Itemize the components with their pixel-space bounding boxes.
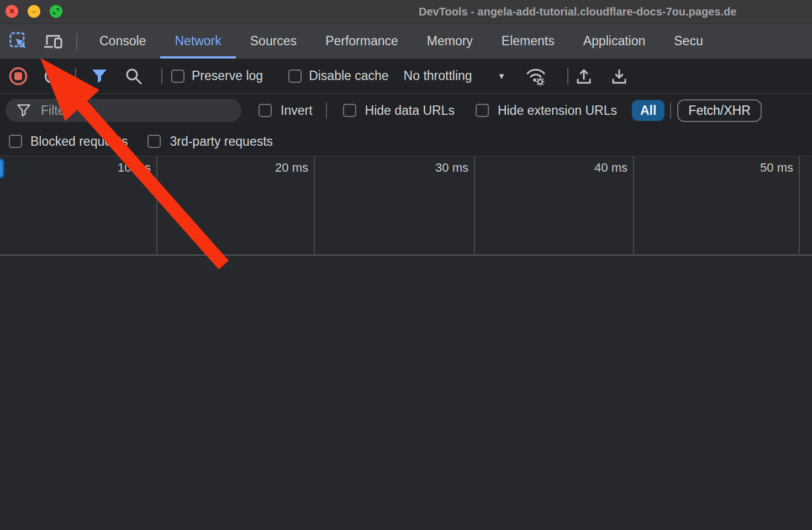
throttling-select[interactable]: No throttling bbox=[404, 68, 472, 83]
filter-input-container[interactable] bbox=[6, 99, 241, 122]
tab-application[interactable]: Application bbox=[569, 24, 660, 59]
blocked-requests-label[interactable]: Blocked requests bbox=[30, 134, 128, 149]
toolbar-separator bbox=[567, 68, 568, 84]
record-network-log-button[interactable] bbox=[9, 67, 28, 86]
import-har-button[interactable] bbox=[575, 67, 593, 85]
zoom-window-button[interactable] bbox=[50, 5, 62, 18]
device-toolbar-button[interactable] bbox=[42, 32, 64, 51]
network-conditions-icon bbox=[525, 66, 546, 86]
timeline-mark: 20 ms bbox=[275, 161, 308, 175]
zoom-icon bbox=[52, 8, 60, 15]
timeline-selection-handle bbox=[0, 158, 4, 178]
network-conditions-button[interactable] bbox=[525, 66, 546, 86]
tab-sources[interactable]: Sources bbox=[236, 24, 311, 59]
toolbar-separator bbox=[161, 68, 162, 84]
window-title: DevTools - angela-add-tutorial.cloudflar… bbox=[419, 0, 736, 23]
network-overview-timeline[interactable]: 10 ms 20 ms 30 ms 40 ms 50 ms bbox=[0, 156, 812, 256]
throttling-caret-icon[interactable]: ▼ bbox=[498, 71, 506, 81]
filter-input-funnel-icon bbox=[17, 103, 31, 118]
toolbar-separator bbox=[75, 68, 76, 84]
tab-security[interactable]: Secu bbox=[660, 24, 717, 59]
search-network-button[interactable] bbox=[125, 67, 143, 85]
device-toolbar-icon bbox=[43, 32, 64, 51]
disable-cache-checkbox[interactable] bbox=[288, 70, 302, 83]
inspect-element-button[interactable] bbox=[8, 31, 30, 52]
tab-network[interactable]: Network bbox=[160, 24, 235, 59]
clear-network-log-button[interactable] bbox=[43, 67, 61, 85]
hide-data-urls-checkbox[interactable] bbox=[343, 104, 356, 117]
toolbar-separator bbox=[76, 33, 77, 50]
search-icon bbox=[125, 67, 143, 85]
more-filters-row: Blocked requests 3rd-party requests bbox=[0, 127, 812, 156]
devtools-tabbar: Console Network Sources Performance Memo… bbox=[0, 23, 812, 59]
network-log-empty-area: Recordi Perform a request bbox=[0, 257, 812, 530]
toolbar-separator bbox=[326, 102, 327, 119]
request-type-all-chip[interactable]: All bbox=[632, 100, 665, 121]
third-party-requests-checkbox[interactable] bbox=[147, 135, 161, 148]
hide-extension-urls-label[interactable]: Hide extension URLs bbox=[498, 103, 617, 118]
timeline-column: 40 ms bbox=[476, 156, 634, 256]
tab-elements[interactable]: Elements bbox=[487, 24, 569, 59]
timeline-column: 20 ms bbox=[159, 156, 315, 256]
tab-console[interactable]: Console bbox=[85, 24, 160, 59]
tab-performance[interactable]: Performance bbox=[311, 24, 413, 59]
timeline-column: 30 ms bbox=[316, 156, 475, 256]
toolbar-separator bbox=[670, 102, 671, 119]
preserve-log-label[interactable]: Preserve log bbox=[192, 68, 263, 83]
timeline-mark: 40 ms bbox=[594, 161, 628, 175]
filter-toggle-button[interactable] bbox=[91, 67, 108, 85]
invert-label[interactable]: Invert bbox=[281, 103, 313, 118]
close-window-button[interactable]: ✕ bbox=[6, 5, 18, 18]
record-stop-icon bbox=[9, 67, 28, 86]
tab-memory[interactable]: Memory bbox=[413, 24, 487, 59]
invert-checkbox[interactable] bbox=[259, 104, 272, 117]
timeline-mark: 10 ms bbox=[118, 161, 151, 175]
export-har-icon bbox=[610, 67, 628, 85]
minimize-window-button[interactable]: – bbox=[28, 5, 40, 18]
blocked-requests-checkbox[interactable] bbox=[9, 135, 22, 148]
window-controls: ✕ – bbox=[6, 5, 62, 18]
export-har-button[interactable] bbox=[610, 67, 628, 85]
disable-cache-label[interactable]: Disable cache bbox=[309, 68, 388, 83]
filter-funnel-icon bbox=[91, 67, 108, 85]
hide-data-urls-label[interactable]: Hide data URLs bbox=[365, 103, 455, 118]
timeline-mark: 50 ms bbox=[760, 161, 793, 175]
clear-icon bbox=[43, 67, 61, 85]
import-har-icon bbox=[575, 67, 593, 85]
request-type-fetch-xhr-chip[interactable]: Fetch/XHR bbox=[677, 99, 761, 122]
inspect-icon bbox=[8, 31, 29, 52]
preserve-log-checkbox[interactable] bbox=[171, 70, 184, 83]
timeline-column: 10 ms bbox=[0, 156, 157, 256]
timeline-mark: 30 ms bbox=[435, 161, 468, 175]
network-filter-row: Invert Hide data URLs Hide extension URL… bbox=[0, 94, 812, 127]
hide-extension-urls-checkbox[interactable] bbox=[476, 104, 489, 117]
timeline-column: 50 ms bbox=[635, 156, 800, 256]
panel-tabs: Console Network Sources Performance Memo… bbox=[85, 24, 718, 59]
network-toolbar: Preserve log Disable cache No throttling… bbox=[0, 59, 812, 94]
third-party-requests-label[interactable]: 3rd-party requests bbox=[170, 134, 273, 149]
filter-input[interactable] bbox=[40, 103, 228, 119]
window-titlebar: ✕ – DevTools - angela-add-tutorial.cloud… bbox=[0, 0, 812, 23]
